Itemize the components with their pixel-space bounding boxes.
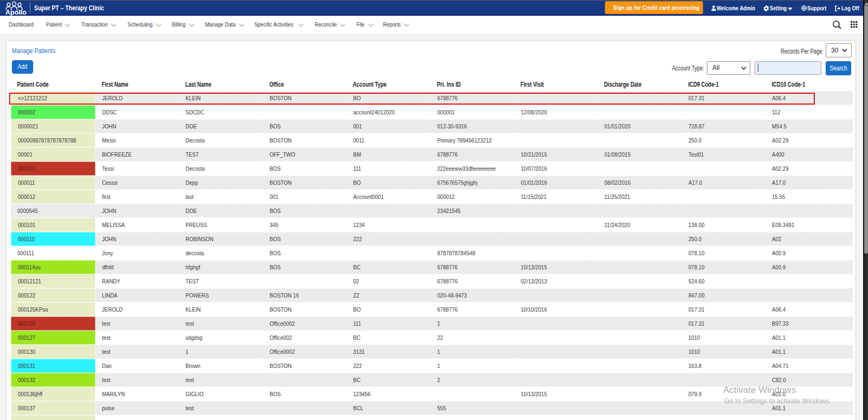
svg-text:Apollo: Apollo: [5, 9, 27, 16]
